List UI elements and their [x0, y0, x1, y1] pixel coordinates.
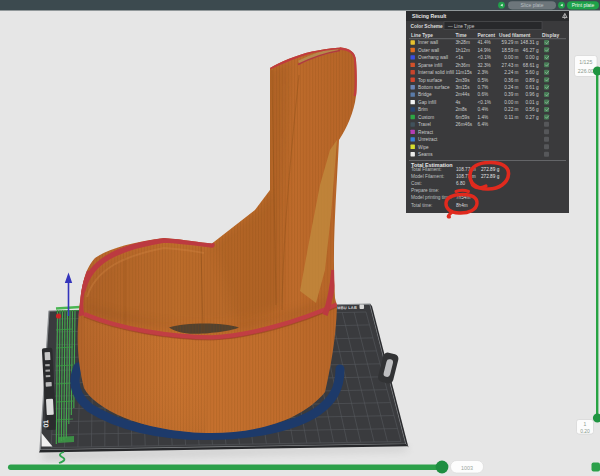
svg-text:0.5%: 0.5% [478, 78, 489, 83]
svg-text:0.00 g: 0.00 g [525, 55, 538, 60]
svg-text:Seams: Seams [418, 152, 433, 157]
svg-text:Display: Display [542, 33, 559, 38]
svg-text:0.61 g: 0.61 g [525, 85, 538, 90]
svg-text:2.3%: 2.3% [478, 70, 489, 75]
svg-text:6.80: 6.80 [456, 181, 466, 186]
svg-text:108.77 m: 108.77 m [456, 174, 476, 179]
svg-text:1.4%: 1.4% [478, 115, 489, 120]
svg-text:Gap infill: Gap infill [418, 100, 436, 105]
svg-text:18.59 m: 18.59 m [502, 48, 519, 53]
svg-text:<0.1%: <0.1% [478, 100, 491, 105]
svg-text:1003: 1003 [461, 465, 473, 471]
svg-text:Wipe: Wipe [418, 145, 429, 150]
svg-text:Slicing Result: Slicing Result [412, 13, 447, 19]
svg-text:Percent: Percent [478, 33, 496, 38]
svg-text:Inner wall: Inner wall [418, 40, 438, 45]
svg-text:2.24 m: 2.24 m [504, 70, 518, 75]
svg-text:Custom: Custom [418, 115, 434, 120]
svg-text:Total Filament:: Total Filament: [411, 167, 441, 172]
svg-text:Retract: Retract [418, 130, 434, 135]
svg-text:Cost:: Cost: [411, 181, 422, 186]
svg-text:0.7%: 0.7% [478, 85, 489, 90]
svg-text:Bottom surface: Bottom surface [418, 85, 450, 90]
svg-text:68.61 g: 68.61 g [523, 63, 539, 68]
svg-text:4s: 4s [456, 100, 462, 105]
svg-text:0.24 m: 0.24 m [504, 85, 518, 90]
svg-text:0.89 g: 0.89 g [525, 78, 538, 83]
svg-text:1/125: 1/125 [579, 59, 592, 65]
svg-text:0.36 m: 0.36 m [504, 78, 518, 83]
svg-text:3m15s: 3m15s [456, 85, 471, 90]
svg-text:272.89 g: 272.89 g [481, 174, 500, 179]
svg-text:11m15s: 11m15s [456, 70, 473, 75]
svg-text:14.9%: 14.9% [478, 48, 491, 53]
svg-text:2m39s: 2m39s [456, 78, 471, 83]
svg-text:0.56 g: 0.56 g [525, 107, 538, 112]
svg-text:46.27 g: 46.27 g [523, 48, 539, 53]
svg-text:Color Scheme: Color Scheme [411, 24, 444, 29]
svg-text:8h4m: 8h4m [456, 203, 468, 208]
svg-text:0.00 m: 0.00 m [504, 100, 518, 105]
svg-text:5.60 g: 5.60 g [525, 70, 538, 75]
svg-text:2m8s: 2m8s [456, 107, 468, 112]
svg-text:0.01 g: 0.01 g [525, 100, 538, 105]
svg-text:148.31 g: 148.31 g [520, 40, 539, 45]
svg-text:6m59s: 6m59s [456, 115, 471, 120]
svg-text:2m44s: 2m44s [456, 92, 471, 97]
svg-text:41.4%: 41.4% [478, 40, 491, 45]
svg-text:Time: Time [456, 33, 467, 38]
svg-text:0.6%: 0.6% [478, 92, 489, 97]
svg-text:0.22 m: 0.22 m [504, 107, 518, 112]
svg-text:<1s: <1s [456, 55, 464, 60]
svg-text:<0.1%: <0.1% [478, 55, 491, 60]
svg-text:Outer wall: Outer wall [418, 48, 439, 53]
svg-text:— Line Type: — Line Type [448, 24, 475, 29]
svg-text:226.00: 226.00 [578, 68, 594, 74]
svg-text:26m46s: 26m46s [456, 122, 473, 127]
svg-text:0.27 g: 0.27 g [525, 115, 538, 120]
svg-text:Used filament: Used filament [499, 33, 531, 38]
svg-text:0.96 g: 0.96 g [525, 92, 538, 97]
svg-text:Total time:: Total time: [411, 203, 432, 208]
svg-text:59.29 m: 59.29 m [502, 40, 519, 45]
svg-text:Print plate: Print plate [572, 2, 595, 8]
svg-text:Travel: Travel [418, 122, 431, 127]
svg-text:0.39 m: 0.39 m [504, 92, 518, 97]
svg-text:Brim: Brim [418, 107, 428, 112]
svg-text:Overhang wall: Overhang wall [418, 55, 448, 60]
svg-text:0.11 m: 0.11 m [505, 115, 519, 120]
svg-text:Bridge: Bridge [418, 92, 432, 97]
svg-text:3h28m: 3h28m [456, 40, 470, 45]
svg-text:6.4%: 6.4% [478, 122, 489, 127]
svg-text:01: 01 [42, 420, 49, 428]
svg-text:Unretract: Unretract [418, 137, 438, 142]
svg-text:Line Type: Line Type [411, 33, 433, 38]
svg-text:Slice plate: Slice plate [520, 2, 543, 8]
svg-text:Internal solid infill: Internal solid infill [418, 70, 454, 75]
svg-text:Model Filament:: Model Filament: [411, 174, 444, 179]
svg-text:32.3%: 32.3% [478, 63, 491, 68]
svg-text:Prepare time:: Prepare time: [411, 188, 439, 193]
svg-text:2h36m: 2h36m [456, 63, 470, 68]
svg-text:Sparse infill: Sparse infill [418, 63, 442, 68]
svg-text:0.4%: 0.4% [478, 107, 489, 112]
svg-text:0.00 m: 0.00 m [504, 55, 518, 60]
svg-text:Top surface: Top surface [418, 78, 443, 83]
svg-text:27.43 m: 27.43 m [502, 63, 519, 68]
svg-text:1: 1 [584, 421, 587, 427]
svg-text:272.89 g: 272.89 g [481, 167, 500, 172]
svg-text:0.20: 0.20 [580, 428, 590, 434]
svg-text:1h12m: 1h12m [456, 48, 470, 53]
